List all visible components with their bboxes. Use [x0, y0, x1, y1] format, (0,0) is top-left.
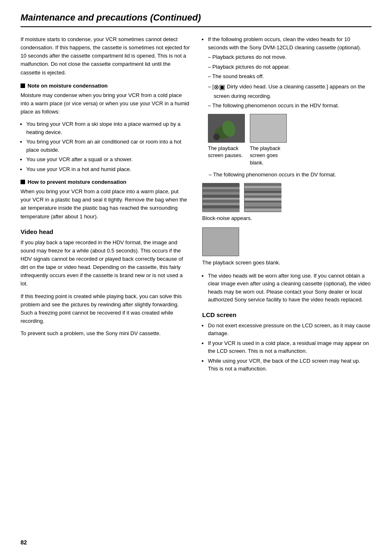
svg-rect-10 [203, 198, 240, 199]
video-head-para3: To prevent such a problem, use the Sony … [21, 329, 190, 338]
svg-rect-19 [244, 191, 281, 193]
list-item: You bring your VCR from a ski slope into… [26, 120, 190, 136]
blank-screen-image [250, 114, 287, 143]
svg-rect-12 [203, 203, 240, 205]
video-head-heading: Video head [21, 228, 190, 235]
svg-rect-7 [203, 190, 240, 192]
svg-rect-13 [203, 206, 240, 208]
dv-dash-list: The following phenomenon occurs in the D… [209, 171, 371, 179]
svg-rect-16 [244, 184, 281, 185]
list-item: You use your VCR after a squall or a sho… [26, 155, 190, 164]
block-noise-caption: Block-noise appears. [202, 214, 371, 222]
caption-pauses: The playback screen pauses. [208, 145, 245, 167]
dv-image-row [202, 183, 371, 212]
list-item: If the following problem occurs, clean t… [208, 35, 371, 167]
list-item: The following phenomenon occurs in the D… [209, 171, 371, 179]
block-noise-image2 [244, 183, 281, 212]
list-item: The video heads will be worn after long … [208, 272, 371, 304]
dash-list: Playback pictures do not move. Playback … [208, 53, 371, 110]
right-bullet-list: If the following problem occurs, clean t… [208, 35, 371, 167]
lcd-heading: LCD screen [202, 311, 371, 318]
svg-rect-9 [203, 195, 240, 197]
square-icon-2 [21, 180, 25, 184]
right-column: If the following problem occurs, clean t… [202, 35, 371, 376]
svg-rect-17 [244, 186, 281, 188]
list-item: While using your VCR, the back of the LC… [208, 357, 371, 373]
intro-paragraph: If moisture starts to condense, your VCR… [21, 35, 190, 77]
blank-screen-container [202, 227, 371, 256]
clean-intro: If the following problem occurs, clean t… [208, 36, 361, 51]
list-item: The sound breaks off. [208, 72, 371, 81]
prevent-paragraph: When you bring your VCR from a cold plac… [21, 188, 190, 221]
playback-pauses-image [208, 114, 245, 143]
list-item: You bring your VCR from an air condition… [26, 138, 190, 154]
svg-rect-5 [203, 183, 240, 187]
list-item: Playback pictures do not appear. [208, 63, 371, 71]
list-item: [⊗▣ Dirty video head. Use a cleaning cas… [208, 82, 371, 100]
hdv-captions: The playback screen pauses. The playback… [208, 145, 371, 167]
video-head-para2: If this freezing point is created while … [21, 292, 190, 326]
note-heading: Note on moisture condensation [21, 83, 190, 89]
svg-rect-20 [244, 194, 281, 195]
page-title: Maintenance and precautions (Continued) [21, 12, 371, 27]
svg-rect-23 [244, 201, 281, 202]
note-paragraph: Moisture may condense when you bring you… [21, 91, 190, 116]
video-head-para1: If you play back a tape recorded in the … [21, 238, 190, 288]
left-column: If moisture starts to condense, your VCR… [21, 35, 190, 376]
svg-rect-22 [244, 198, 281, 200]
svg-rect-11 [203, 200, 240, 202]
lcd-section: LCD screen Do not exert excessive pressu… [202, 311, 371, 373]
square-icon [21, 83, 25, 88]
svg-rect-26 [244, 209, 281, 211]
blank-screen-image2 [202, 227, 239, 256]
blank-caption: The playback screen goes blank. [202, 259, 371, 267]
page-number: 82 [21, 539, 27, 546]
list-item: The following phenomenon occurs in the H… [208, 102, 371, 110]
svg-rect-8 [203, 192, 240, 194]
caption-blank: The playback screen goes blank. [250, 145, 287, 167]
worn-heads-list: The video heads will be worn after long … [208, 272, 371, 304]
note-bullets: You bring your VCR from a ski slope into… [26, 120, 190, 173]
dirty-head-icons: ⊗▣ [214, 83, 225, 90]
svg-rect-21 [244, 196, 281, 197]
list-item: Do not exert excessive pressure on the L… [208, 322, 371, 338]
svg-point-3 [213, 134, 220, 140]
block-noise-image1 [202, 183, 239, 212]
list-item: If your VCR is used in a cold place, a r… [208, 339, 371, 355]
hdv-image-row [208, 114, 371, 143]
svg-rect-14 [203, 209, 240, 212]
svg-rect-6 [203, 188, 240, 189]
lcd-bullets: Do not exert excessive pressure on the L… [208, 322, 371, 373]
svg-rect-24 [244, 203, 281, 206]
list-item: Playback pictures do not move. [208, 53, 371, 61]
prevent-heading: How to prevent moisture condensation [21, 179, 190, 185]
list-item: You use your VCR in a hot and humid plac… [26, 165, 190, 174]
svg-rect-25 [244, 206, 281, 208]
svg-rect-18 [244, 189, 281, 190]
